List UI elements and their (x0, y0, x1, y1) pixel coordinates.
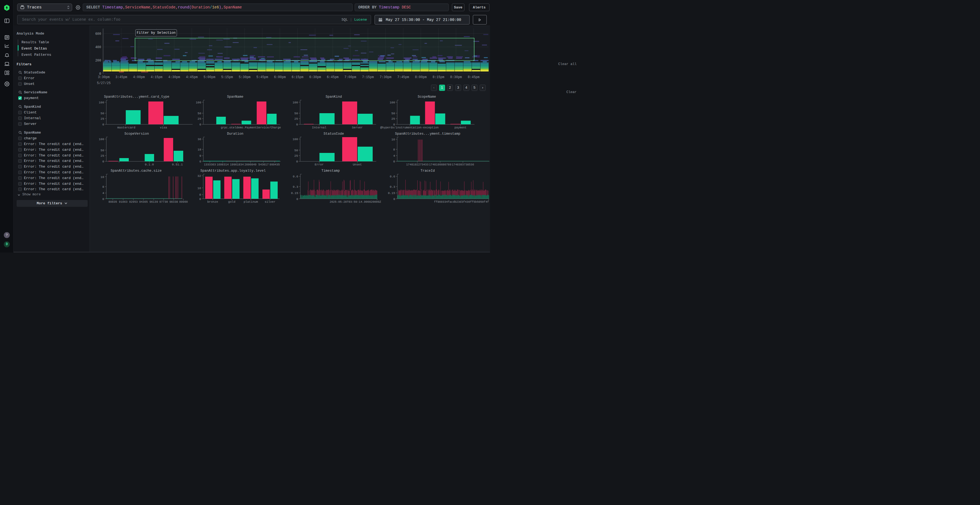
svg-text:5:30pm: 5:30pm (239, 75, 250, 79)
svg-text:0: 0 (102, 123, 104, 126)
svg-text:5:45pm: 5:45pm (256, 75, 268, 79)
svg-text:91063: 91063 (119, 200, 128, 203)
svg-text:Unset: Unset (353, 163, 362, 166)
svg-text:16: 16 (197, 187, 201, 190)
svg-text:0: 0 (393, 160, 395, 163)
svg-text:4:30pm: 4:30pm (168, 75, 180, 79)
svg-text:mastercard: mastercard (117, 126, 135, 129)
svg-text:50: 50 (391, 112, 395, 115)
svg-text:7:15pm: 7:15pm (362, 75, 374, 79)
svg-text:100: 100 (99, 138, 104, 141)
svg-text:97730: 97730 (159, 200, 168, 203)
svg-text:ScopeName: ScopeName (418, 95, 436, 99)
svg-text:4:00pm: 4:00pm (133, 75, 145, 79)
svg-text:36: 36 (197, 138, 201, 141)
svg-text:Error: Error (315, 163, 324, 166)
svg-text:5:00pm: 5:00pm (204, 75, 215, 79)
svg-text:8:45pm: 8:45pm (468, 75, 479, 79)
svg-text:0.3: 0.3 (293, 185, 298, 189)
svg-text:25: 25 (100, 154, 104, 157)
svg-text:1748393738536: 1748393738536 (452, 163, 474, 166)
svg-text:SpanAttributes.app.loyalty.lev: SpanAttributes.app.loyalty.level (200, 169, 266, 173)
svg-text:0: 0 (296, 197, 298, 201)
svg-text:100: 100 (99, 101, 104, 104)
svg-text:0.15: 0.15 (291, 192, 298, 195)
svg-text:ScopeVersion: ScopeVersion (124, 132, 149, 136)
svg-text:9: 9 (199, 154, 201, 157)
svg-text:32: 32 (197, 175, 201, 178)
svg-text:2600849: 2600849 (245, 163, 256, 166)
svg-text:0: 0 (393, 197, 395, 201)
svg-text:7:45pm: 7:45pm (397, 75, 409, 79)
svg-text:100: 100 (293, 138, 298, 141)
svg-text:4:45pm: 4:45pm (186, 75, 197, 79)
svg-text:16: 16 (100, 176, 104, 179)
svg-text:25: 25 (391, 117, 395, 121)
svg-text:StatusCode: StatusCode (323, 132, 344, 136)
svg-text:0.15: 0.15 (388, 192, 395, 195)
svg-text:2025-05-28T03:59:14.900820000Z: 2025-05-28T03:59:14.900820000Z (330, 200, 381, 203)
svg-text:25: 25 (294, 117, 298, 121)
svg-text:100: 100 (196, 101, 201, 104)
svg-text:25: 25 (294, 154, 298, 157)
svg-text:0: 0 (102, 197, 104, 201)
svg-text:1333363: 1333363 (204, 163, 216, 166)
svg-text:0: 0 (102, 160, 104, 163)
svg-text:0.3: 0.3 (390, 185, 395, 189)
svg-text:50: 50 (100, 149, 104, 152)
svg-text:100: 100 (293, 101, 298, 104)
svg-text:600: 600 (95, 32, 101, 36)
svg-text:98338: 98338 (169, 200, 178, 203)
svg-text:92953: 92953 (129, 200, 138, 203)
svg-text:Duration: Duration (227, 132, 243, 136)
svg-text:25: 25 (100, 117, 104, 121)
svg-text:payment: payment (454, 126, 466, 129)
svg-text:5/27/25: 5/27/25 (97, 81, 111, 85)
svg-text:100: 100 (390, 101, 395, 104)
svg-text:0: 0 (199, 160, 201, 163)
svg-text:Server: Server (352, 126, 363, 129)
svg-text:1748199880789: 1748199880789 (429, 163, 451, 166)
svg-text:4: 4 (393, 154, 395, 157)
svg-text:543017: 543017 (258, 163, 269, 166)
svg-text:50: 50 (294, 149, 298, 152)
svg-text:50: 50 (197, 112, 201, 115)
svg-text:ff860334facdb23d3f430ff5b5050f: ff860334facdb23d3f430ff5b5050f4f (434, 200, 489, 203)
svg-text:16: 16 (391, 138, 395, 141)
svg-text:SpanName: SpanName (227, 95, 243, 99)
svg-text:1748192273433: 1748192273433 (406, 163, 428, 166)
svg-text:96139: 96139 (150, 200, 158, 203)
svg-text:1698314: 1698314 (217, 163, 229, 166)
svg-text:3:30pm: 3:30pm (98, 75, 110, 79)
svg-text:visa: visa (160, 126, 167, 129)
svg-text:3:45pm: 3:45pm (115, 75, 127, 79)
svg-text:8:00pm: 8:00pm (415, 75, 426, 79)
svg-text:SpanKind: SpanKind (326, 95, 342, 99)
svg-text:4: 4 (102, 192, 104, 195)
svg-text:8: 8 (393, 148, 395, 151)
svg-text:8: 8 (199, 193, 201, 197)
svg-text:0: 0 (199, 197, 201, 201)
svg-text:grpc.oteldemo.PaymentService/C: grpc.oteldemo.PaymentService/Charge (221, 126, 281, 129)
svg-text:19961834: 19961834 (230, 163, 243, 166)
svg-text:5:15pm: 5:15pm (221, 75, 233, 79)
svg-text:50: 50 (294, 112, 298, 115)
svg-text:0.6: 0.6 (293, 175, 298, 178)
svg-text:7:00pm: 7:00pm (344, 75, 356, 79)
svg-text:SpanAttributes...yment.card_ty: SpanAttributes...yment.card_type (104, 95, 169, 99)
svg-text:7:30pm: 7:30pm (380, 75, 391, 79)
svg-text:8:30pm: 8:30pm (450, 75, 462, 79)
svg-text:silver: silver (265, 200, 275, 203)
svg-text:TraceId: TraceId (421, 169, 435, 173)
svg-text:89835: 89835 (109, 200, 117, 203)
svg-text:8:15pm: 8:15pm (433, 75, 444, 79)
svg-text:200: 200 (95, 59, 101, 63)
svg-text:6:45pm: 6:45pm (327, 75, 339, 79)
svg-text:18: 18 (197, 148, 201, 151)
svg-text:99900: 99900 (179, 200, 188, 203)
svg-text:0: 0 (296, 123, 298, 126)
svg-text:SpanAttributes.cache.size: SpanAttributes.cache.size (111, 169, 162, 173)
svg-text:gold: gold (228, 200, 235, 203)
svg-text:999435: 999435 (269, 163, 280, 166)
svg-text:94365: 94365 (139, 200, 148, 203)
